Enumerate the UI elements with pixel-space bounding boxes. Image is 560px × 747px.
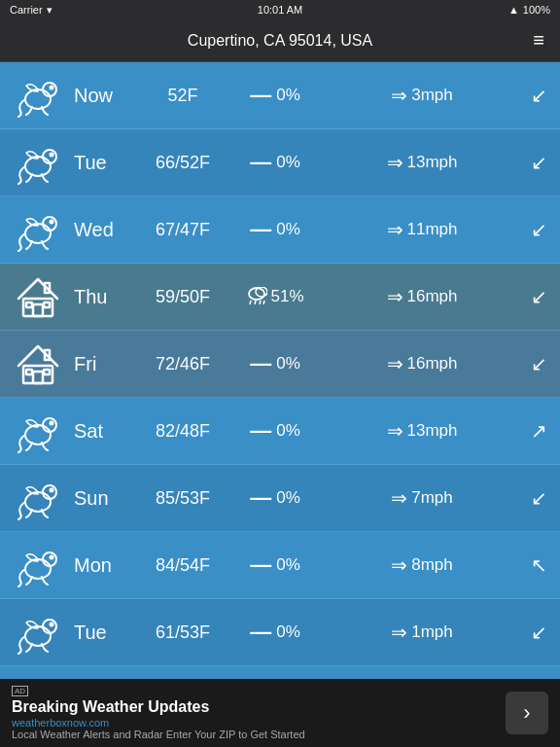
svg-rect-23 bbox=[44, 370, 50, 374]
wind-speed: 11mph bbox=[407, 220, 458, 239]
svg-point-6 bbox=[25, 224, 51, 243]
ad-label: AD bbox=[12, 686, 506, 696]
status-bar-right: ▲ 100% bbox=[508, 4, 550, 16]
wind-arrows-icon: ⇒ bbox=[387, 419, 403, 443]
svg-line-16 bbox=[250, 301, 251, 304]
svg-rect-10 bbox=[33, 304, 43, 316]
day-label: Now bbox=[68, 85, 134, 107]
dash-icon: — bbox=[250, 418, 271, 444]
svg-rect-12 bbox=[44, 302, 50, 307]
wind-speed: 8mph bbox=[411, 555, 453, 575]
wind-speed: 1mph bbox=[411, 622, 453, 642]
precip-label: — 0% bbox=[231, 552, 319, 578]
wind-speed: 13mph bbox=[407, 153, 458, 172]
dash-icon: — bbox=[250, 150, 271, 175]
temp-label: 85/53F bbox=[134, 488, 231, 509]
ad-description: Local Weather Alerts and Radar Enter You… bbox=[12, 729, 506, 740]
svg-point-8 bbox=[51, 221, 53, 224]
weather-row: Tue 66/52F — 0% ⇒ 13mph ↙ bbox=[0, 129, 560, 196]
wind-label: ⇒ 11mph bbox=[319, 218, 525, 241]
dash-icon: — bbox=[250, 217, 271, 242]
weather-row: Now 52F — 0% ⇒ 3mph ↙ bbox=[0, 62, 560, 129]
temp-label: 82/48F bbox=[134, 421, 231, 442]
dash-icon: — bbox=[250, 351, 271, 376]
wind-speed: 3mph bbox=[411, 86, 453, 105]
precip-value: 0% bbox=[276, 86, 300, 105]
precip-value: 0% bbox=[276, 421, 300, 441]
svg-point-2 bbox=[51, 87, 53, 89]
signal-icon: ▲ bbox=[508, 4, 519, 16]
weather-row: Sun 85/53F — 0% ⇒ 7mph ↙ bbox=[0, 465, 560, 532]
direction-arrow: ↙ bbox=[525, 352, 552, 375]
menu-button[interactable]: ≡ bbox=[533, 29, 544, 52]
wind-arrows-icon: ⇒ bbox=[391, 621, 407, 644]
svg-point-34 bbox=[25, 626, 51, 646]
wind-speed: 7mph bbox=[411, 488, 453, 508]
rain-icon bbox=[246, 287, 267, 307]
wind-speed: 16mph bbox=[407, 354, 458, 374]
precip-value: 0% bbox=[276, 488, 300, 508]
weather-icon bbox=[8, 535, 68, 595]
weather-row: Thu 59/50F 51% ⇒ 16mph ↙ bbox=[0, 264, 560, 331]
status-bar: Carrier ▾ 10:01 AM ▲ 100% bbox=[0, 0, 560, 19]
precip-label: — 0% bbox=[231, 83, 319, 108]
svg-point-27 bbox=[51, 422, 53, 425]
direction-arrow: ↖ bbox=[525, 553, 552, 577]
direction-arrow: ↙ bbox=[525, 621, 552, 644]
wind-speed: 16mph bbox=[407, 287, 458, 306]
day-label: Tue bbox=[68, 622, 134, 644]
dash-icon: — bbox=[250, 485, 271, 511]
precip-label: — 0% bbox=[231, 217, 319, 242]
ad-button[interactable]: › bbox=[506, 692, 548, 734]
weather-list: Now 52F — 0% ⇒ 3mph ↙ Tue 66/52F bbox=[0, 62, 560, 666]
svg-rect-22 bbox=[26, 370, 32, 374]
precip-value: 0% bbox=[276, 220, 300, 239]
wind-arrows-icon: ⇒ bbox=[387, 352, 403, 375]
location-title: Cupertino, CA 95014, USA bbox=[188, 32, 372, 50]
weather-icon bbox=[8, 334, 68, 394]
svg-point-25 bbox=[25, 425, 51, 445]
header: Cupertino, CA 95014, USA ≡ bbox=[0, 19, 560, 62]
day-label: Mon bbox=[68, 554, 134, 577]
precip-label: — 0% bbox=[231, 150, 319, 175]
temp-label: 66/52F bbox=[134, 153, 231, 173]
direction-arrow: ↙ bbox=[525, 218, 552, 241]
temp-label: 59/50F bbox=[134, 287, 231, 307]
wind-label: ⇒ 16mph bbox=[319, 352, 525, 375]
precip-label: — 0% bbox=[231, 485, 319, 511]
temp-label: 67/47F bbox=[134, 220, 231, 240]
status-bar-time: 10:01 AM bbox=[258, 4, 302, 16]
precip-value: 0% bbox=[276, 622, 300, 642]
ad-badge: AD bbox=[12, 686, 28, 696]
svg-point-3 bbox=[25, 157, 51, 176]
precip-label: — 0% bbox=[231, 418, 319, 444]
svg-rect-21 bbox=[33, 372, 43, 383]
weather-row: Wed 67/47F — 0% ⇒ 11mph ↙ bbox=[0, 196, 560, 264]
temp-label: 52F bbox=[134, 86, 231, 106]
wifi-icon: ▾ bbox=[47, 4, 52, 17]
weather-row: Sat 82/48F — 0% ⇒ 13mph ↗ bbox=[0, 398, 560, 465]
direction-arrow: ↗ bbox=[525, 419, 552, 443]
svg-point-36 bbox=[51, 623, 53, 626]
svg-point-0 bbox=[25, 89, 51, 109]
day-label: Thu bbox=[68, 286, 134, 308]
day-label: Wed bbox=[68, 219, 134, 241]
svg-point-33 bbox=[51, 556, 53, 559]
carrier-label: Carrier bbox=[10, 4, 43, 16]
temp-label: 61/53F bbox=[134, 622, 231, 643]
precip-label: — 0% bbox=[231, 620, 319, 645]
battery-label: 100% bbox=[523, 4, 550, 16]
wind-label: ⇒ 8mph bbox=[319, 553, 525, 577]
temp-label: 72/46F bbox=[134, 354, 231, 374]
wind-label: ⇒ 13mph bbox=[319, 151, 525, 174]
wind-arrows-icon: ⇒ bbox=[387, 218, 403, 241]
precip-value: 51% bbox=[270, 287, 303, 306]
day-label: Sun bbox=[68, 487, 134, 510]
wind-arrows-icon: ⇒ bbox=[387, 285, 403, 308]
status-bar-left: Carrier ▾ bbox=[10, 4, 52, 17]
direction-arrow: ↙ bbox=[525, 486, 552, 510]
precip-value: 0% bbox=[276, 555, 300, 575]
wind-arrows-icon: ⇒ bbox=[391, 84, 407, 107]
dash-icon: — bbox=[250, 552, 271, 578]
direction-arrow: ↙ bbox=[525, 151, 552, 174]
